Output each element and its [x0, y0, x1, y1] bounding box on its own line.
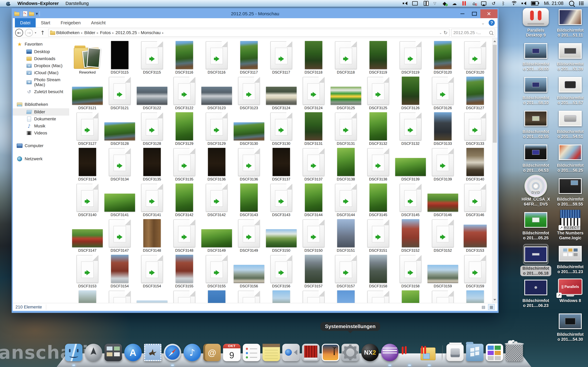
file-item[interactable]: DSCF3137 — [265, 147, 297, 182]
file-item[interactable]: DSCF3120 — [427, 40, 459, 75]
sidebar-item-downloads[interactable]: Downloads — [13, 55, 69, 62]
file-item[interactable]: DSCF3131 — [330, 111, 362, 147]
file-item[interactable]: DSCF3159 — [459, 253, 491, 289]
file-item[interactable]: DSCF3157 — [297, 253, 330, 289]
menu-item-darstellung[interactable]: Darstellung — [66, 1, 89, 6]
dock-item-notes[interactable] — [263, 344, 280, 361]
file-item[interactable]: DSCF3133 — [427, 111, 459, 147]
scroll-down-icon[interactable] — [492, 297, 498, 303]
dropbox-icon[interactable]: ◆✓ — [442, 0, 447, 6]
menubar-clock[interactable]: Mi. 21:08 — [543, 1, 564, 6]
desktop-icon[interactable]: Bildschirmfot o 201....06.23 — [518, 277, 553, 311]
desktop-icon[interactable]: || Parallels↗Windows 8 — [553, 277, 587, 311]
file-item[interactable]: DSCF3136 — [200, 147, 233, 182]
dock-item-web-stack[interactable] — [486, 344, 503, 361]
dock-item-windows-folder[interactable] — [466, 344, 484, 361]
file-item[interactable]: DSCF3142 — [168, 182, 200, 218]
file-item[interactable]: DSCF3131 — [297, 111, 330, 147]
sidebar-section-favoriten[interactable]: ★Favoriten — [13, 40, 69, 48]
file-item[interactable]: DSCF3123 — [200, 75, 233, 111]
sidebar-item-dropbox-mac-[interactable]: Dropbox (Mac) — [13, 62, 69, 69]
file-item[interactable]: DSCF3119 — [362, 40, 394, 75]
spotlight-icon[interactable] — [569, 0, 574, 6]
file-item[interactable] — [104, 289, 136, 303]
file-item[interactable]: DSCF3148 — [136, 218, 168, 253]
file-item[interactable]: DSCF3123 — [233, 75, 265, 111]
refresh-icon[interactable]: ↻ — [443, 30, 448, 36]
file-item[interactable]: DSCF3124 — [265, 75, 297, 111]
file-item[interactable]: DSCF3136 — [233, 147, 265, 182]
file-item[interactable]: DSCF3159 — [427, 253, 459, 289]
file-item[interactable]: DSCF3133 — [459, 111, 491, 147]
file-item[interactable]: DSCF3143 — [233, 182, 265, 218]
breadcrumb-item[interactable]: Bilder — [84, 30, 95, 35]
file-item[interactable]: DSCF3115 — [104, 40, 136, 75]
dock-item-calendar[interactable]: OKT9 — [223, 344, 241, 361]
search-input[interactable]: 2012.05.25 -... — [451, 29, 495, 37]
folder-icon[interactable] — [29, 12, 34, 16]
file-item[interactable]: DSCF3118 — [330, 40, 362, 75]
breadcrumb-item[interactable]: Fotos — [100, 30, 111, 35]
desktop-icon[interactable]: Bildschirmfot o 201....05.25 — [518, 210, 553, 244]
file-item[interactable] — [459, 289, 491, 303]
file-item[interactable]: DSCF3145 — [394, 182, 427, 218]
dock-item-mission-control[interactable] — [104, 344, 122, 361]
file-item[interactable]: DSCF3141 — [136, 182, 168, 218]
desktop-icon[interactable]: Bildschirmfot o 201....58.10 — [518, 75, 553, 108]
home-share-icon[interactable]: ⌂ — [471, 0, 476, 6]
file-item[interactable]: DSCF3158 — [394, 253, 427, 289]
file-item[interactable] — [71, 289, 104, 303]
scroll-up-icon[interactable] — [492, 38, 498, 44]
file-item[interactable]: DSCF3120 — [459, 40, 491, 75]
file-item[interactable]: DSCF3126 — [394, 75, 427, 111]
tab-ansicht[interactable]: Ansicht — [86, 18, 111, 27]
folder-icon[interactable] — [14, 12, 19, 16]
file-item[interactable]: DSCF3135 — [136, 147, 168, 182]
file-item[interactable]: DSCF3130 — [233, 111, 265, 147]
dock-item-photo-booth[interactable] — [302, 344, 320, 361]
file-item[interactable] — [168, 289, 200, 303]
sound-icon[interactable] — [521, 0, 527, 6]
desktop-icon[interactable]: Bildschirmfot o 201....51.39 — [553, 41, 587, 75]
address-field[interactable]: Bibliotheken▸Bilder▸Fotos▸2012.05.25 - M… — [48, 29, 450, 37]
file-item[interactable]: DSCF3144 — [330, 182, 362, 218]
file-item[interactable]: DSCF3116 — [168, 40, 200, 75]
sidebar-item-musik[interactable]: Musik — [13, 123, 69, 130]
file-item[interactable] — [394, 289, 427, 303]
desktop-icon[interactable]: Bildschirmfot o 201....54.51 — [553, 108, 587, 142]
file-item[interactable]: DSCF3122 — [168, 75, 200, 111]
help-button[interactable]: ? — [489, 20, 495, 26]
file-item[interactable]: DSCF3117 — [265, 40, 297, 75]
file-item[interactable]: DSCF3126 — [427, 75, 459, 111]
file-item[interactable]: DSCF3129 — [168, 111, 200, 147]
sidebar-section-netzwerk[interactable]: Netzwerk — [13, 155, 69, 163]
display-icon[interactable] — [412, 0, 418, 6]
file-item[interactable]: DSCF3124 — [297, 75, 330, 111]
file-item[interactable]: DSCF3134 — [104, 147, 136, 182]
file-item[interactable]: DSCF3152 — [427, 218, 459, 253]
sidebar-section-computer[interactable]: Computer — [13, 142, 69, 150]
file-item[interactable]: DSCF3128 — [104, 111, 136, 147]
notification-center-icon[interactable] — [579, 0, 584, 6]
minimize-button[interactable] — [457, 9, 468, 18]
dock-item-iphoto[interactable] — [322, 344, 339, 361]
file-item[interactable]: DSCF3155 — [200, 253, 233, 289]
dock-item-mail[interactable] — [144, 344, 162, 361]
desktop-icon[interactable]: Bildschirmfot o 201....51.57 — [553, 75, 587, 108]
sidebar-item-dokumente[interactable]: Dokumente — [13, 116, 69, 123]
maximize-button[interactable] — [468, 9, 480, 18]
up-button[interactable]: ↑ — [40, 30, 46, 36]
forward-button[interactable]: → — [25, 29, 33, 37]
desktop-icon[interactable]: Bildschirmfot o 201....06.18 — [518, 244, 553, 277]
dock-item-windows8[interactable] — [401, 344, 418, 361]
file-item[interactable]: DSCF3150 — [297, 218, 330, 253]
file-item[interactable]: DSCF3139 — [427, 147, 459, 182]
dock-item-itunes[interactable] — [184, 344, 201, 361]
parallels-pause-icon[interactable] — [461, 0, 467, 6]
dock-item-reminders[interactable] — [243, 344, 260, 361]
file-item[interactable]: DSCF3143 — [265, 182, 297, 218]
bluetooth-icon[interactable]: ᛒ — [501, 0, 506, 6]
file-item[interactable]: DSCF3147 — [104, 218, 136, 253]
sidebar-section-bibliotheken[interactable]: Bibliotheken — [13, 100, 69, 108]
file-item[interactable]: DSCF3155 — [168, 253, 200, 289]
